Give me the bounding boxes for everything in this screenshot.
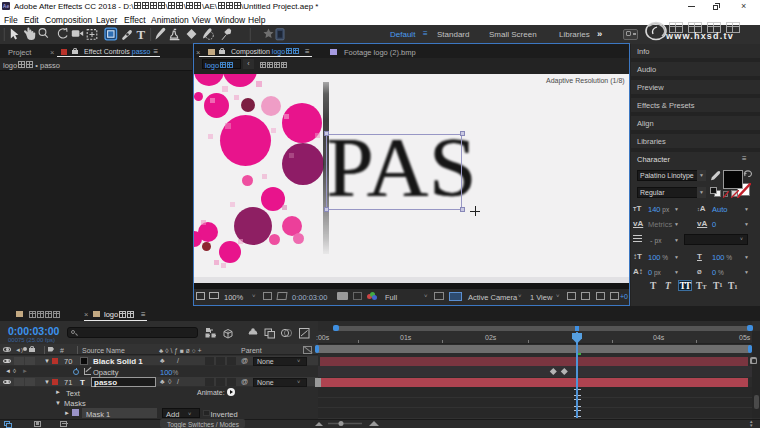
svg-text:T: T — [137, 27, 146, 42]
